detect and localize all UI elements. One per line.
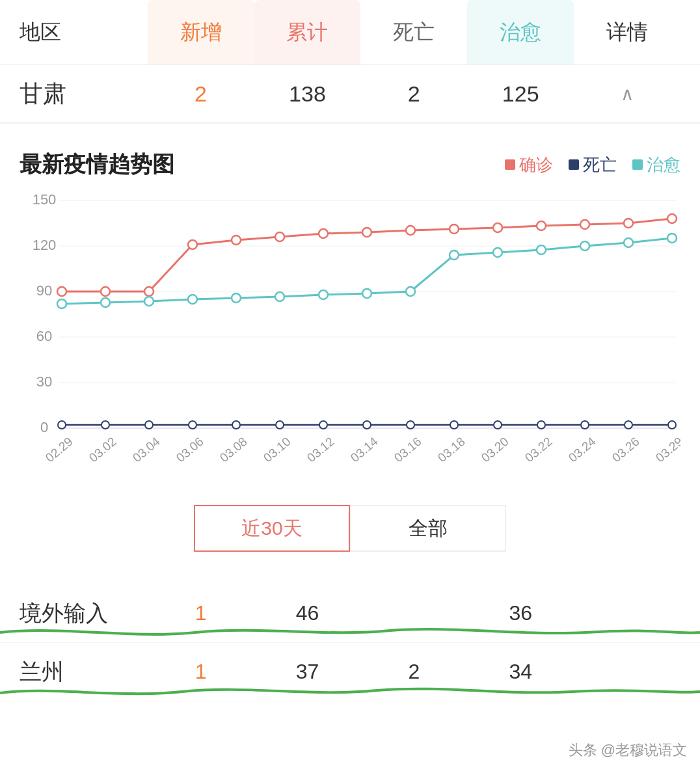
svg-text:03.22: 03.22 (522, 435, 555, 465)
table-header: 地区 新增 累计 死亡 治愈 详情 (0, 0, 700, 65)
legend-confirmed: 确诊 (505, 154, 553, 176)
gansu-death: 2 (360, 81, 467, 107)
svg-point-55 (624, 238, 633, 247)
svg-point-71 (668, 421, 676, 429)
svg-point-33 (319, 229, 328, 238)
svg-text:30: 30 (36, 373, 52, 390)
watermark: 头条 @老穆说语文 (569, 740, 687, 760)
svg-point-64 (363, 421, 371, 429)
chart-legend: 确诊 死亡 治愈 (505, 154, 680, 176)
svg-point-48 (319, 290, 328, 299)
chart-canvas: 150 120 90 60 30 0 02.29 03.02 03.04 03.… (20, 193, 680, 492)
svg-point-37 (493, 223, 502, 232)
svg-text:03.26: 03.26 (610, 435, 642, 465)
svg-text:60: 60 (36, 328, 52, 344)
chart-section: 最新疫情趋势图 确诊 死亡 治愈 150 120 90 60 30 0 (0, 130, 700, 578)
svg-point-69 (581, 421, 589, 429)
svg-point-54 (580, 241, 589, 251)
jingwai-recovery: 36 (467, 601, 574, 625)
svg-text:03.29: 03.29 (653, 435, 680, 465)
svg-point-62 (276, 421, 284, 429)
time-filter-group: 近30天 全部 (59, 505, 641, 552)
svg-point-28 (101, 287, 110, 296)
legend-death: 死亡 (569, 154, 617, 176)
lanzhou-cumulative: 37 (254, 660, 361, 684)
svg-point-36 (450, 224, 459, 234)
lanzhou-new-add: 1 (148, 660, 254, 684)
confirmed-icon (505, 159, 515, 170)
svg-point-67 (494, 421, 502, 429)
header-death: 死亡 (360, 0, 467, 64)
svg-text:03.20: 03.20 (479, 435, 511, 465)
svg-point-70 (625, 421, 632, 429)
svg-text:0: 0 (40, 419, 48, 435)
svg-point-66 (450, 421, 458, 429)
svg-point-52 (493, 248, 502, 257)
svg-point-68 (537, 421, 545, 429)
svg-point-34 (362, 228, 371, 237)
sub-row-jingwai[interactable]: 境外输入 1 46 36 (0, 584, 700, 643)
svg-point-29 (144, 287, 154, 296)
svg-point-51 (450, 251, 459, 260)
svg-point-53 (537, 245, 546, 254)
sub-row-lanzhou[interactable]: 兰州 1 37 2 34 (0, 643, 700, 701)
svg-point-65 (407, 421, 414, 429)
header-region: 地区 (20, 0, 148, 64)
recovery-icon (632, 159, 643, 170)
svg-point-57 (58, 421, 66, 429)
svg-point-45 (188, 295, 197, 304)
svg-point-39 (580, 220, 589, 229)
jingwai-new-add: 1 (148, 601, 254, 625)
lanzhou-recovery: 34 (467, 660, 574, 684)
svg-point-42 (57, 299, 66, 308)
svg-text:120: 120 (33, 237, 57, 253)
svg-point-63 (319, 421, 327, 429)
svg-point-32 (275, 232, 284, 241)
jingwai-cumulative: 46 (254, 601, 361, 625)
green-wave-1 (0, 623, 700, 642)
svg-text:03.02: 03.02 (87, 435, 119, 465)
svg-point-58 (101, 421, 109, 429)
svg-point-47 (275, 292, 284, 301)
header-recovery: 治愈 (467, 0, 574, 64)
lanzhou-death: 2 (360, 660, 467, 684)
gansu-detail-chevron[interactable]: ∧ (574, 83, 680, 105)
svg-text:03.04: 03.04 (130, 434, 163, 465)
svg-point-44 (144, 297, 154, 306)
svg-point-61 (232, 421, 240, 429)
svg-text:03.12: 03.12 (304, 435, 337, 465)
gansu-row[interactable]: 甘肃 2 138 2 125 ∧ (0, 65, 700, 124)
gansu-new-add: 2 (148, 81, 254, 107)
svg-point-46 (232, 293, 241, 303)
chart-title: 最新疫情趋势图 (20, 150, 505, 180)
svg-point-60 (189, 421, 196, 429)
svg-point-59 (145, 421, 153, 429)
svg-text:03.10: 03.10 (261, 435, 293, 465)
filter-all-btn[interactable]: 全部 (350, 505, 506, 552)
svg-text:90: 90 (36, 282, 52, 299)
svg-text:03.06: 03.06 (174, 435, 206, 465)
svg-text:150: 150 (33, 193, 57, 208)
header-new-add: 新增 (148, 0, 254, 64)
death-icon (569, 159, 579, 170)
svg-text:03.14: 03.14 (348, 434, 381, 465)
chart-svg: 150 120 90 60 30 0 02.29 03.02 03.04 03.… (20, 193, 680, 492)
svg-point-50 (406, 287, 415, 296)
svg-text:02.29: 02.29 (43, 435, 75, 465)
svg-point-27 (57, 287, 66, 296)
svg-text:03.18: 03.18 (435, 435, 468, 465)
gansu-recovery: 125 (467, 81, 574, 107)
svg-point-38 (537, 221, 546, 230)
svg-point-56 (667, 234, 677, 243)
filter-recent-btn[interactable]: 近30天 (194, 505, 350, 552)
svg-point-35 (406, 226, 415, 235)
header-cumulative: 累计 (254, 0, 361, 64)
header-detail: 详情 (574, 0, 680, 64)
gansu-cumulative: 138 (254, 81, 361, 107)
svg-point-30 (188, 240, 197, 249)
svg-text:03.24: 03.24 (566, 434, 599, 465)
svg-point-43 (101, 298, 110, 307)
svg-point-41 (667, 214, 677, 223)
green-wave-2 (0, 681, 700, 701)
svg-text:03.16: 03.16 (392, 435, 424, 465)
